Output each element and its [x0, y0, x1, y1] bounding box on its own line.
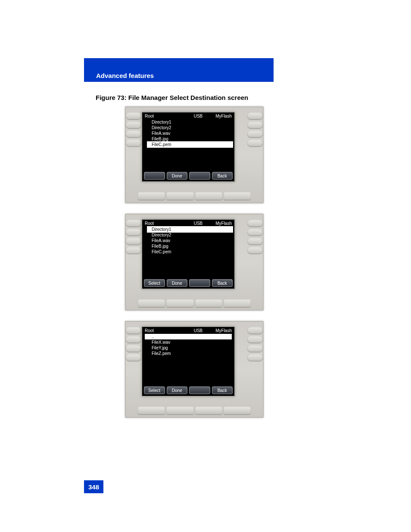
hardkey[interactable]	[247, 327, 263, 334]
hardkey[interactable]	[126, 229, 141, 236]
softkey-done[interactable]: Done	[167, 172, 188, 180]
hardkeys-left	[126, 220, 141, 254]
softkey-done[interactable]: Done	[167, 279, 188, 287]
list-item[interactable]: FileA.wav	[150, 131, 232, 136]
hardkey[interactable]	[247, 238, 263, 245]
softkey-bar: Select Done Back	[144, 279, 233, 287]
hardkey[interactable]	[126, 140, 141, 146]
figure-caption: Figure 73: File Manager Select Destinati…	[96, 94, 411, 101]
list-item[interactable]: FileB.jpg	[150, 136, 232, 142]
tab-root[interactable]: Root	[145, 221, 189, 226]
phone-screen: Root USB MyFlash Directory1 Directory2 F…	[142, 112, 234, 181]
softkey-bar: Select Done Back	[144, 386, 233, 394]
hardkey[interactable]	[126, 336, 141, 343]
bottom-key[interactable]	[138, 299, 165, 307]
bottom-key[interactable]	[138, 407, 165, 414]
hardkey[interactable]	[247, 112, 263, 119]
softkey-3[interactable]	[189, 386, 210, 394]
list-item[interactable]: Directory2	[150, 125, 232, 131]
softkey-back[interactable]: Back	[212, 279, 233, 287]
bottom-key-strip	[138, 299, 251, 307]
bottom-key[interactable]	[224, 407, 251, 414]
list-item[interactable]: FileZ.pem	[145, 351, 232, 356]
hardkeys-left	[126, 112, 141, 146]
bottom-key[interactable]	[224, 299, 251, 307]
hardkey[interactable]	[247, 131, 263, 137]
softkey-back[interactable]: Back	[212, 386, 233, 394]
hardkey[interactable]	[247, 247, 263, 254]
hardkey[interactable]	[126, 345, 141, 352]
softkey-back[interactable]: Back	[212, 172, 233, 180]
file-list: Directory1 Directory2 FileA.wav FileB.jp…	[150, 227, 232, 255]
file-list: .. FileX.wav FileY.jpg FileZ.pem	[145, 334, 232, 356]
softkey-3[interactable]	[189, 279, 210, 287]
phone-device: Root USB MyFlash .. FileX.wav FileY.jpg …	[125, 321, 264, 418]
tab-usb[interactable]: USB	[189, 328, 208, 333]
tab-myflash[interactable]: MyFlash	[208, 221, 232, 226]
hardkey[interactable]	[247, 220, 263, 227]
figure-image-stack: Root USB MyFlash Directory1 Directory2 F…	[125, 106, 411, 418]
bottom-key[interactable]	[224, 192, 251, 200]
list-item[interactable]: Directory1	[150, 119, 232, 125]
hardkeys-right	[247, 327, 263, 361]
hardkey[interactable]	[247, 336, 263, 343]
hardkey[interactable]	[126, 354, 141, 361]
hardkeys-right	[247, 220, 263, 254]
tab-bar: Root USB MyFlash	[142, 112, 234, 118]
tab-myflash[interactable]: MyFlash	[208, 328, 232, 333]
tab-myflash[interactable]: MyFlash	[208, 113, 232, 118]
list-item-selected[interactable]: FileC.pem	[147, 142, 233, 147]
tab-root[interactable]: Root	[145, 113, 189, 118]
softkey-done[interactable]: Done	[167, 386, 188, 394]
file-list: Directory1 Directory2 FileA.wav FileB.jp…	[150, 119, 232, 147]
tab-usb[interactable]: USB	[189, 113, 208, 118]
hardkey[interactable]	[247, 140, 263, 146]
softkey-select[interactable]: Select	[144, 279, 165, 287]
bottom-key-strip	[138, 407, 251, 414]
bottom-key[interactable]	[195, 299, 222, 307]
bottom-key[interactable]	[195, 192, 222, 200]
hardkey[interactable]	[126, 112, 141, 119]
tab-usb[interactable]: USB	[189, 221, 208, 226]
list-item[interactable]: FileY.jpg	[145, 345, 232, 351]
softkey-3[interactable]	[189, 172, 210, 180]
phone-screen: Root USB MyFlash .. FileX.wav FileY.jpg …	[142, 327, 234, 396]
bottom-key[interactable]	[138, 192, 165, 200]
section-title: Advanced features	[96, 72, 154, 79]
list-item[interactable]: Directory2	[150, 232, 232, 238]
softkey-1[interactable]	[144, 172, 165, 180]
page-number: 348	[84, 480, 103, 493]
hardkeys-right	[247, 112, 263, 146]
phone-device: Root USB MyFlash Directory1 Directory2 F…	[125, 106, 264, 203]
phone-screen: Root USB MyFlash Directory1 Directory2 F…	[142, 220, 234, 289]
bottom-key[interactable]	[166, 407, 193, 414]
phone-device: Root USB MyFlash Directory1 Directory2 F…	[125, 214, 264, 311]
hardkey[interactable]	[126, 121, 141, 128]
bottom-key[interactable]	[166, 192, 193, 200]
bottom-key-strip	[138, 192, 251, 200]
tab-root[interactable]: Root	[145, 328, 189, 333]
hardkey[interactable]	[126, 131, 141, 137]
hardkey[interactable]	[126, 247, 141, 254]
section-header: Advanced features	[84, 58, 274, 82]
tab-bar: Root USB MyFlash	[142, 220, 234, 226]
hardkey[interactable]	[247, 345, 263, 352]
softkey-bar: Done Back	[144, 172, 233, 180]
hardkey[interactable]	[126, 220, 141, 227]
list-item[interactable]: FileC.pem	[150, 249, 232, 255]
list-item[interactable]: FileB.jpg	[150, 243, 232, 249]
hardkey[interactable]	[247, 229, 263, 236]
list-item-selected[interactable]: Directory1	[147, 227, 233, 232]
hardkey[interactable]	[247, 121, 263, 128]
list-item[interactable]: FileA.wav	[150, 238, 232, 243]
softkey-select[interactable]: Select	[144, 386, 165, 394]
hardkey[interactable]	[126, 238, 141, 245]
list-item-selected[interactable]: ..	[145, 334, 232, 339]
list-item[interactable]: FileX.wav	[145, 339, 232, 345]
bottom-key[interactable]	[166, 299, 193, 307]
tab-bar: Root USB MyFlash	[142, 327, 234, 333]
hardkeys-left	[126, 327, 141, 361]
hardkey[interactable]	[126, 327, 141, 334]
bottom-key[interactable]	[195, 407, 222, 414]
hardkey[interactable]	[247, 354, 263, 361]
